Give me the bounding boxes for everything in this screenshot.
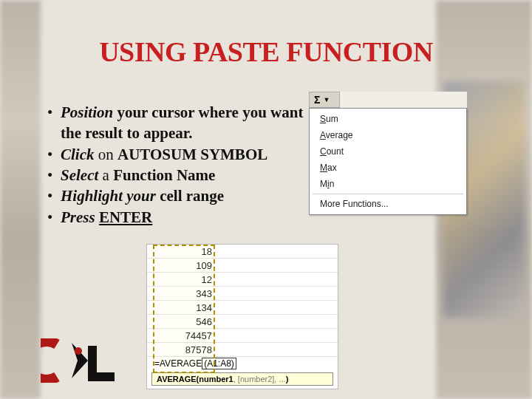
autosum-button[interactable]: Σ ▼	[309, 92, 340, 108]
bullet-emphasis: Click	[61, 146, 95, 163]
spreadsheet-snippet: 18 109 12 343 134 546 74457 87578 =AVERA…	[146, 244, 338, 389]
bullet-emphasis: Press	[61, 208, 95, 226]
bullet-strong: AUTOSUM SYMBOL	[117, 146, 267, 163]
slide: USING PASTE FUNCTION Position your curso…	[0, 0, 532, 399]
function-tooltip: AVERAGE(number1, [number2], ...)	[151, 372, 333, 386]
cell[interactable]: 12	[147, 273, 338, 287]
bullet-item: Press ENTER	[44, 207, 310, 228]
formula-fn: =AVERAGE	[154, 358, 202, 369]
bullet-emphasis: Select	[61, 166, 98, 184]
bullet-emphasis: Highlight your	[61, 187, 156, 205]
cell[interactable]: 109	[147, 259, 338, 273]
menu-item-more[interactable]: More Functions...	[310, 196, 466, 212]
autosum-popup: Σ ▼ Sum Average Count Max Min More Funct…	[309, 92, 467, 215]
menu-item-max[interactable]: Max	[310, 160, 466, 176]
bullet-emphasis: Position	[61, 103, 113, 121]
menu-item-count[interactable]: Count	[310, 143, 466, 160]
logo-icon	[41, 338, 129, 383]
bullet-text: cell range	[156, 187, 224, 205]
bullet-item: Click on AUTOSUM SYMBOL	[44, 144, 310, 165]
tooltip-fn: AVERAGE	[157, 375, 197, 383]
bullet-text: on	[95, 146, 118, 163]
autosum-menu: Sum Average Count Max Min More Functions…	[309, 108, 467, 215]
bullet-text: a	[98, 166, 113, 184]
cal-logo	[41, 338, 129, 383]
bullet-strong: ENTER	[99, 208, 152, 226]
cell[interactable]: 74457	[147, 329, 338, 343]
bullet-strong: Function Name	[113, 166, 215, 184]
svg-point-1	[75, 347, 82, 355]
formula-cell[interactable]: =AVERAGE(A1:A8)	[147, 357, 338, 371]
cell[interactable]: 546	[147, 315, 338, 329]
cell[interactable]: 18	[147, 245, 338, 259]
chevron-down-icon: ▼	[323, 96, 330, 103]
menu-item-sum[interactable]: Sum	[310, 111, 466, 127]
cell[interactable]: 134	[147, 301, 338, 315]
bullet-item: Highlight your cell range	[44, 185, 310, 206]
bullet-item: Select a Function Name	[44, 165, 310, 185]
formula-reference: (A1:A8)	[202, 358, 236, 369]
sigma-icon: Σ	[314, 94, 320, 106]
slide-title: USING PASTE FUNCTION	[0, 0, 532, 68]
menu-separator	[313, 194, 463, 194]
bullet-list: Position your cursor where you want the …	[44, 102, 310, 228]
bullet-item: Position your cursor where you want the …	[44, 102, 310, 144]
cell[interactable]: 343	[147, 287, 338, 301]
menu-item-average[interactable]: Average	[310, 127, 466, 143]
menu-item-min[interactable]: Min	[310, 176, 466, 192]
cell[interactable]: 87578	[147, 343, 338, 357]
